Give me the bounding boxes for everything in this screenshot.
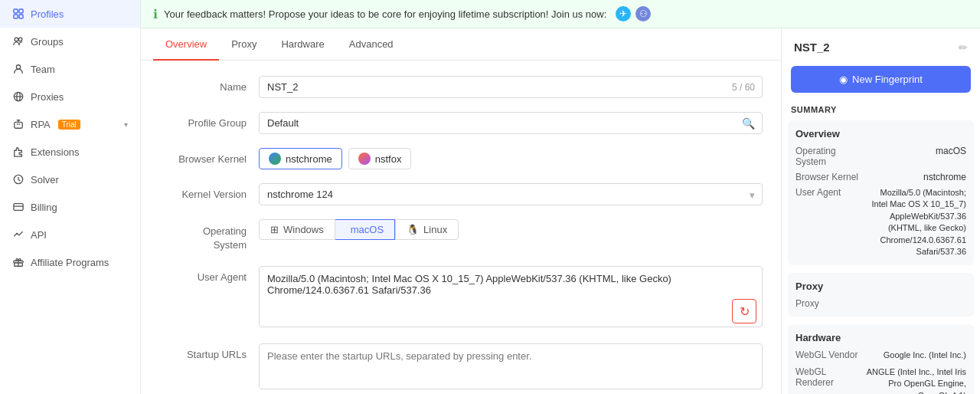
kernel-version-value: nstchrome 124	[267, 189, 333, 200]
sidebar-item-billing[interactable]: Billing	[0, 193, 140, 221]
profile-group-input[interactable]	[259, 112, 763, 134]
user-agent-label: User Agent	[159, 266, 259, 283]
name-input-wrapper: 5 / 60	[259, 76, 763, 98]
sidebar-item-label: Billing	[31, 202, 57, 213]
macos-label: macOS	[351, 224, 384, 235]
person-icon	[12, 63, 24, 75]
profile-title: NST_2	[794, 41, 830, 54]
content-wrapper: Overview Proxy Hardware Advanced Name 5 …	[141, 28, 980, 394]
kernel-version-label: Kernel Version	[159, 183, 259, 200]
svg-point-6	[16, 65, 20, 69]
tab-overview[interactable]: Overview	[153, 29, 219, 61]
os-windows-button[interactable]: ⊞ Windows	[259, 219, 335, 240]
os-macos-button[interactable]: macOS	[335, 219, 395, 240]
users-icon	[12, 35, 24, 48]
name-char-count: 5 / 60	[732, 82, 755, 93]
user-agent-textarea[interactable]: Mozilla/5.0 (Macintosh; Intel Mac OS X 1…	[259, 266, 763, 327]
os-button-group: ⊞ Windows macOS 🐧 Linux	[259, 219, 763, 240]
summary-hardware-title: Hardware	[795, 332, 966, 343]
globe-icon	[12, 90, 24, 103]
name-row: Name 5 / 60	[159, 76, 763, 98]
telegram-icon[interactable]: ✈	[616, 6, 631, 21]
user-agent-control: Mozilla/5.0 (Macintosh; Intel Mac OS X 1…	[259, 266, 763, 330]
user-agent-row: User Agent Mozilla/5.0 (Macintosh; Intel…	[159, 266, 763, 330]
grid-icon	[12, 8, 24, 20]
kernel-version-select[interactable]: nstchrome 124	[259, 183, 763, 205]
sidebar-item-profiles[interactable]: Profiles	[0, 0, 140, 28]
svg-rect-3	[19, 15, 23, 18]
summary-label: SUMMARY	[782, 105, 980, 120]
sidebar-item-label: Affiliate Programs	[31, 257, 109, 268]
summary-os-key: Operating System	[795, 146, 864, 167]
sidebar-item-proxies[interactable]: Proxies	[0, 83, 140, 110]
linux-label: Linux	[423, 224, 447, 235]
gift-icon	[12, 256, 24, 268]
svg-rect-0	[14, 9, 18, 13]
kernel-nstfox-button[interactable]: nstfox	[348, 148, 412, 169]
sidebar-item-label: Groups	[31, 36, 64, 48]
sidebar-item-team[interactable]: Team	[0, 55, 140, 83]
startup-urls-textarea[interactable]	[259, 343, 763, 389]
api-icon	[12, 228, 24, 241]
svg-rect-12	[14, 204, 23, 211]
name-input[interactable]	[259, 76, 763, 98]
sidebar-item-affiliate[interactable]: Affiliate Programs	[0, 248, 140, 276]
summary-ua-val: Mozilla/5.0 (Macintosh; Intel Mac OS X 1…	[864, 187, 966, 258]
svg-rect-2	[14, 15, 18, 18]
summary-kernel-row: Browser Kernel nstchrome	[795, 172, 966, 182]
sidebar-item-api[interactable]: API	[0, 221, 140, 248]
sidebar-item-label: API	[31, 229, 47, 241]
edit-icon[interactable]: ✏	[959, 41, 968, 54]
rpa-trial-badge: Trial	[58, 120, 80, 130]
startup-urls-row: Startup URLs	[159, 343, 763, 392]
name-label: Name	[159, 76, 259, 93]
summary-webgl-vendor-row: WebGL Vendor Google Inc. (Intel Inc.)	[795, 350, 966, 361]
summary-webgl-renderer-key: WebGL Renderer	[795, 366, 864, 388]
sidebar-item-label: Proxies	[31, 91, 64, 103]
sidebar-item-groups[interactable]: Groups	[0, 28, 140, 55]
tab-proxy[interactable]: Proxy	[219, 29, 269, 61]
tab-hardware[interactable]: Hardware	[269, 29, 336, 61]
feedback-banner: ℹ Your feedback matters! Propose your id…	[141, 0, 980, 28]
windows-icon: ⊞	[270, 224, 279, 235]
profile-group-control: 🔍	[259, 112, 763, 134]
new-fingerprint-button[interactable]: ◉ New Fingerprint	[791, 66, 971, 93]
summary-ua-row: User Agent Mozilla/5.0 (Macintosh; Intel…	[795, 187, 966, 258]
tab-advanced[interactable]: Advanced	[337, 29, 406, 61]
os-label: OperatingSystem	[159, 219, 259, 252]
puzzle-icon	[12, 146, 24, 158]
browser-kernel-row: Browser Kernel nstchrome nstfox	[159, 148, 763, 169]
os-linux-button[interactable]: 🐧 Linux	[395, 219, 459, 240]
sidebar-item-extensions[interactable]: Extensions	[0, 138, 140, 166]
windows-label: Windows	[283, 224, 324, 235]
chevron-down-icon: ▾	[750, 189, 755, 200]
sidebar-item-solver[interactable]: Solver	[0, 166, 140, 193]
tab-bar: Overview Proxy Hardware Advanced	[141, 28, 781, 61]
sidebar-item-rpa[interactable]: RPA Trial ▾	[0, 110, 140, 138]
summary-webgl-vendor-key: WebGL Vendor	[795, 350, 864, 360]
kernel-version-row: Kernel Version nstchrome 124 ▾	[159, 183, 763, 205]
svg-point-4	[15, 38, 18, 41]
right-panel: NST_2 ✏ ◉ New Fingerprint SUMMARY Overvi…	[781, 28, 980, 394]
summary-ua-key: User Agent	[795, 187, 864, 198]
summary-kernel-val: nstchrome	[864, 172, 966, 182]
os-control: ⊞ Windows macOS 🐧 Linux	[259, 219, 763, 240]
summary-os-val: macOS	[864, 146, 966, 156]
startup-urls-label: Startup URLs	[159, 343, 259, 360]
discord-icon[interactable]: ⚇	[635, 6, 651, 21]
banner-text: Your feedback matters! Propose your idea…	[164, 8, 606, 20]
startup-urls-control	[259, 343, 763, 392]
summary-proxy-section: Proxy Proxy	[788, 273, 974, 317]
summary-kernel-key: Browser Kernel	[795, 172, 864, 182]
info-icon: ℹ	[153, 7, 158, 21]
profile-group-row: Profile Group 🔍	[159, 112, 763, 134]
user-agent-refresh-button[interactable]: ↻	[732, 299, 756, 323]
sidebar-item-label: Extensions	[31, 146, 80, 158]
browser-kernel-control: nstchrome nstfox	[259, 148, 763, 169]
summary-overview-title: Overview	[795, 128, 966, 140]
summary-proxy-key: Proxy	[795, 298, 864, 309]
user-agent-wrapper: Mozilla/5.0 (Macintosh; Intel Mac OS X 1…	[259, 266, 763, 330]
svg-rect-1	[19, 9, 23, 13]
browser-kernel-label: Browser Kernel	[159, 148, 259, 165]
kernel-nstchrome-button[interactable]: nstchrome	[259, 148, 342, 169]
